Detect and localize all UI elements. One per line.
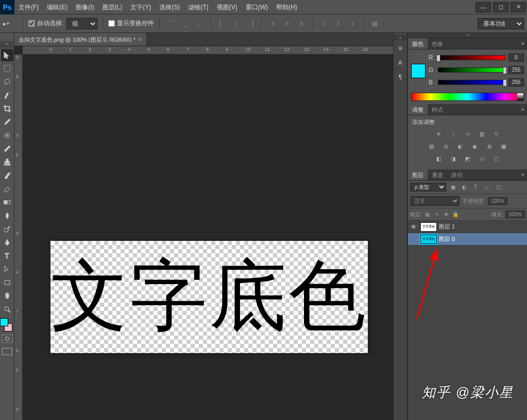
toolbox-collapse-icon[interactable]: « <box>0 41 14 47</box>
layer-thumbnail[interactable]: 文字底色 <box>420 235 437 244</box>
path-select-tool[interactable] <box>1 263 13 275</box>
menu-image[interactable]: 图像(I) <box>72 0 98 14</box>
minimize-button[interactable]: — <box>475 2 491 12</box>
tab-layers[interactable]: 图层 <box>408 169 428 180</box>
align-vcenter-icon[interactable]: ⎯ <box>179 18 191 29</box>
align-top-icon[interactable]: ⎺ <box>165 18 176 29</box>
eyedropper-tool[interactable] <box>1 116 13 128</box>
align-right-icon[interactable]: ▕ <box>245 18 256 29</box>
filter-type-icon[interactable]: T <box>471 183 480 191</box>
tab-swatches[interactable]: 色板 <box>428 38 447 49</box>
marquee-tool[interactable] <box>1 62 13 75</box>
pen-tool[interactable] <box>1 236 13 249</box>
align-bottom-icon[interactable]: ⎽ <box>194 18 205 29</box>
current-color-swatch[interactable] <box>411 64 426 78</box>
layer-row[interactable]: 👁 文字底色 图层 1 <box>408 221 527 233</box>
opacity-value[interactable]: 100% <box>488 197 507 205</box>
history-brush-tool[interactable] <box>1 169 13 182</box>
filter-shape-icon[interactable]: ▱ <box>482 183 491 191</box>
close-button[interactable]: ✕ <box>511 2 526 12</box>
canvas[interactable]: 文字底色 <box>50 241 368 353</box>
zoom-tool[interactable] <box>1 303 13 316</box>
distribute-hcenter-icon[interactable]: ⦀ <box>332 18 344 29</box>
invert-icon[interactable]: ◧ <box>434 154 444 163</box>
show-transform-checkbox[interactable]: 显示变换控件 <box>108 19 154 28</box>
visibility-icon[interactable]: 👁 <box>409 222 418 232</box>
tab-paths[interactable]: 路径 <box>447 169 467 180</box>
dodge-tool[interactable] <box>1 223 13 235</box>
photo-filter-icon[interactable]: ◉ <box>470 142 480 151</box>
lock-all-icon[interactable]: 🔒 <box>452 211 459 218</box>
hue-strip[interactable] <box>411 93 524 101</box>
color-panel-menu-icon[interactable]: ≡ <box>519 38 527 49</box>
lock-pixels-icon[interactable]: ✎ <box>433 211 440 218</box>
g-value[interactable]: 255 <box>508 66 524 74</box>
workspace-dropdown[interactable]: 基本功能 <box>478 18 524 29</box>
hand-tool[interactable] <box>1 290 13 302</box>
distribute-right-icon[interactable]: ⦀ <box>347 18 358 29</box>
document-tab[interactable]: 去掉文字底色.png @ 100% (图层 0, RGB/8#) * × <box>14 33 147 46</box>
tab-styles[interactable]: 样式 <box>428 104 447 115</box>
menu-window[interactable]: 窗口(W) <box>242 0 272 14</box>
foreground-color-swatch[interactable] <box>0 318 8 326</box>
posterize-icon[interactable]: ◨ <box>448 154 458 163</box>
layer-thumbnail[interactable]: 文字底色 <box>420 222 437 232</box>
lock-transparency-icon[interactable]: ▦ <box>424 211 431 218</box>
tab-color[interactable]: 颜色 <box>408 38 428 49</box>
tab-channels[interactable]: 通道 <box>428 169 447 180</box>
menu-type[interactable]: 文字(Y) <box>126 0 155 14</box>
gradient-map-icon[interactable]: ▭ <box>477 154 487 163</box>
brush-tool[interactable] <box>1 143 13 155</box>
align-left-icon[interactable]: ▏ <box>216 18 227 29</box>
filter-adjust-icon[interactable]: ◐ <box>460 183 469 191</box>
adjust-panel-menu-icon[interactable]: ≡ <box>519 104 527 115</box>
close-tab-icon[interactable]: × <box>139 33 142 46</box>
distribute-vcenter-icon[interactable]: ≡ <box>281 18 293 29</box>
strip-collapse-icon[interactable]: « <box>394 35 407 40</box>
blur-tool[interactable] <box>1 209 13 222</box>
rectangle-tool[interactable] <box>1 276 13 289</box>
b-slider[interactable] <box>438 80 505 85</box>
color-swatches[interactable] <box>0 318 13 331</box>
distribute-top-icon[interactable]: ≡ <box>267 18 278 29</box>
move-tool[interactable] <box>1 49 13 61</box>
lookup-icon[interactable]: ▦ <box>499 142 509 151</box>
stamp-tool[interactable] <box>1 156 13 168</box>
healing-tool[interactable] <box>1 129 13 142</box>
filter-pixel-icon[interactable]: ▣ <box>448 183 457 191</box>
r-value[interactable]: 0 <box>508 54 524 62</box>
filter-smart-icon[interactable]: ▢ <box>494 183 503 191</box>
history-panel-icon[interactable]: ≡ <box>394 42 406 55</box>
blend-mode-dropdown[interactable]: 正常 <box>410 196 460 206</box>
menu-edit[interactable]: 编辑(E) <box>43 0 72 14</box>
brightness-icon[interactable]: ☀ <box>434 129 444 138</box>
layer-filter-kind[interactable]: ρ 类型 <box>410 183 446 191</box>
tab-adjust[interactable]: 调整 <box>408 104 428 115</box>
character-panel-icon[interactable]: A <box>394 57 406 69</box>
distribute-left-icon[interactable]: ⦀ <box>318 18 329 29</box>
crop-tool[interactable] <box>1 102 13 115</box>
threshold-icon[interactable]: ◩ <box>463 154 473 163</box>
screen-mode-icon[interactable] <box>2 348 12 355</box>
selective-icon[interactable]: ▢ <box>491 154 502 163</box>
layer-row[interactable]: 文字底色 图层 0 <box>408 233 527 246</box>
balance-icon[interactable]: ⚖ <box>441 142 451 151</box>
quick-mask-icon[interactable] <box>2 335 13 343</box>
gradient-tool[interactable] <box>1 196 13 208</box>
curves-icon[interactable]: ∿ <box>463 129 473 138</box>
channel-mixer-icon[interactable]: ⊞ <box>484 142 495 151</box>
lock-position-icon[interactable]: ✥ <box>443 211 450 218</box>
hue-icon[interactable]: ▤ <box>427 142 437 151</box>
move-tool-icon[interactable]: ▸+ <box>3 20 18 27</box>
fill-value[interactable]: 100% <box>505 211 525 218</box>
b-value[interactable]: 255 <box>508 78 524 86</box>
menu-view[interactable]: 视图(V) <box>213 0 242 14</box>
bw-icon[interactable]: ◐ <box>455 142 466 151</box>
lasso-tool[interactable] <box>1 76 13 88</box>
type-tool[interactable]: T <box>1 250 13 262</box>
distribute-bottom-icon[interactable]: ≡ <box>296 18 307 29</box>
auto-select-checkbox[interactable]: 自动选择: <box>28 19 63 28</box>
menu-help[interactable]: 帮助(H) <box>272 0 301 14</box>
menu-filter[interactable]: 滤镜(T) <box>184 0 212 14</box>
menu-file[interactable]: 文件(F) <box>14 0 43 14</box>
